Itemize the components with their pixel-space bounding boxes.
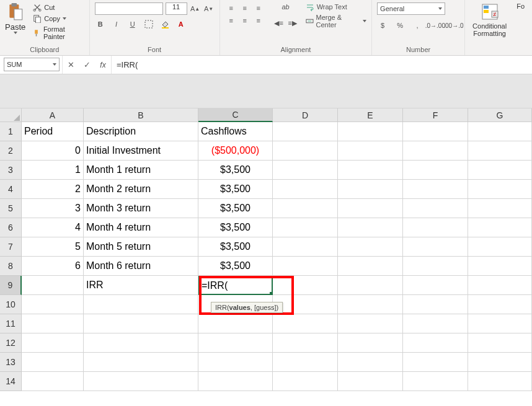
cell-E4[interactable]	[338, 180, 403, 199]
cell-G14[interactable]	[468, 372, 532, 391]
cell-F5[interactable]	[403, 199, 468, 218]
column-header-G[interactable]: G	[468, 108, 532, 122]
cell-E8[interactable]	[338, 257, 403, 276]
cell-G5[interactable]	[468, 199, 532, 218]
select-all-corner[interactable]	[0, 108, 22, 122]
row-header-4[interactable]: 4	[0, 180, 22, 199]
cell-D13[interactable]	[273, 353, 338, 372]
increase-decimal-icon[interactable]: .0→.00	[429, 20, 441, 31]
italic-button[interactable]: I	[111, 19, 122, 30]
cell-G3[interactable]	[468, 161, 532, 180]
cell-C5[interactable]: $3,500	[198, 199, 273, 218]
align-bottom-icon[interactable]: ≡	[252, 2, 265, 14]
cell-E2[interactable]	[338, 141, 403, 161]
cell-A12[interactable]	[22, 333, 84, 353]
cell-F11[interactable]	[403, 314, 468, 333]
cell-E7[interactable]	[338, 237, 403, 257]
enter-formula-button[interactable]: ✓	[79, 56, 95, 74]
cell-D3[interactable]	[273, 161, 338, 180]
cell-C7[interactable]: $3,500	[198, 237, 273, 257]
cell-E11[interactable]	[338, 314, 403, 333]
cell-B10[interactable]	[84, 295, 198, 314]
cell-A11[interactable]	[22, 314, 84, 333]
cell-C4[interactable]: $3,500	[198, 180, 273, 199]
cancel-formula-button[interactable]: ✕	[63, 56, 79, 74]
column-header-B[interactable]: B	[84, 108, 198, 122]
cell-D7[interactable]	[273, 237, 338, 257]
cell-B12[interactable]	[84, 333, 198, 353]
cell-D2[interactable]	[273, 141, 338, 161]
number-format-select[interactable]: General	[377, 2, 445, 15]
cell-D9[interactable]	[273, 276, 338, 295]
font-name-select[interactable]	[95, 2, 163, 15]
cell-C11[interactable]	[198, 314, 273, 333]
cell-A1[interactable]: Period	[22, 122, 84, 141]
cell-B8[interactable]: Month 6 return	[84, 257, 198, 276]
bold-button[interactable]: B	[95, 19, 106, 30]
cell-F6[interactable]	[403, 218, 468, 237]
copy-button[interactable]: Copy	[32, 14, 85, 24]
cell-D14[interactable]	[273, 372, 338, 391]
cell-G2[interactable]	[468, 141, 532, 161]
cell-F8[interactable]	[403, 257, 468, 276]
cell-E6[interactable]	[338, 218, 403, 237]
column-header-C[interactable]: C	[198, 108, 273, 122]
cell-B7[interactable]: Month 5 return	[84, 237, 198, 257]
row-header-1[interactable]: 1	[0, 122, 22, 141]
cell-G4[interactable]	[468, 180, 532, 199]
decrease-font-icon[interactable]: A▼	[203, 3, 215, 14]
cell-G1[interactable]	[468, 122, 532, 141]
wrap-text-button[interactable]: Wrap Text	[306, 2, 366, 11]
comma-button[interactable]: ,	[412, 20, 423, 31]
cell-F1[interactable]	[403, 122, 468, 141]
cell-B5[interactable]: Month 3 return	[84, 199, 198, 218]
cell-B11[interactable]	[84, 314, 198, 333]
cell-A13[interactable]	[22, 353, 84, 372]
cell-A3[interactable]: 1	[22, 161, 84, 180]
cell-D5[interactable]	[273, 199, 338, 218]
column-header-A[interactable]: A	[22, 108, 84, 122]
merge-center-button[interactable]: Merge & Center	[306, 14, 366, 29]
cell-E1[interactable]	[338, 122, 403, 141]
fill-color-button[interactable]	[159, 19, 171, 30]
currency-button[interactable]: $	[377, 20, 388, 31]
row-header-11[interactable]: 11	[0, 314, 22, 333]
align-middle-icon[interactable]: ≡	[239, 2, 251, 14]
row-header-3[interactable]: 3	[0, 161, 22, 180]
cell-A9[interactable]	[22, 276, 84, 295]
cell-F10[interactable]	[403, 295, 468, 314]
decrease-indent-icon[interactable]: ◀≡	[273, 17, 285, 29]
cell-B9[interactable]: IRR	[84, 276, 198, 295]
cell-E9[interactable]	[338, 276, 403, 295]
cell-G8[interactable]	[468, 257, 532, 276]
format-as-table-button[interactable]: Fo	[513, 1, 528, 11]
cell-C1[interactable]: Cashflows	[198, 122, 273, 141]
align-top-icon[interactable]: ≡	[225, 2, 237, 14]
row-header-6[interactable]: 6	[0, 218, 22, 237]
cell-A2[interactable]: 0	[22, 141, 84, 161]
format-painter-button[interactable]: Format Painter	[32, 25, 85, 41]
cell-E13[interactable]	[338, 353, 403, 372]
cell-A6[interactable]: 4	[22, 218, 84, 237]
cell-A14[interactable]	[22, 372, 84, 391]
cell-G13[interactable]	[468, 353, 532, 372]
fx-button[interactable]: fx	[95, 56, 111, 74]
align-right-icon[interactable]: ≡	[252, 15, 265, 26]
row-header-14[interactable]: 14	[0, 372, 22, 391]
row-header-9[interactable]: 9	[0, 276, 22, 295]
align-left-icon[interactable]: ≡	[225, 15, 237, 26]
row-header-7[interactable]: 7	[0, 237, 22, 257]
cell-G12[interactable]	[468, 333, 532, 353]
cell-B4[interactable]: Month 2 return	[84, 180, 198, 199]
cell-B1[interactable]: Description	[84, 122, 198, 141]
decrease-decimal-icon[interactable]: .00→.0	[448, 20, 460, 31]
percent-button[interactable]: %	[394, 20, 406, 31]
cell-D1[interactable]	[273, 122, 338, 141]
cell-D12[interactable]	[273, 333, 338, 353]
row-header-13[interactable]: 13	[0, 353, 22, 372]
underline-button[interactable]: U	[127, 19, 138, 30]
cell-B13[interactable]	[84, 353, 198, 372]
conditional-formatting-button[interactable]: ≠ Conditional Formatting	[469, 1, 510, 38]
column-header-D[interactable]: D	[273, 108, 338, 122]
cell-A10[interactable]	[22, 295, 84, 314]
